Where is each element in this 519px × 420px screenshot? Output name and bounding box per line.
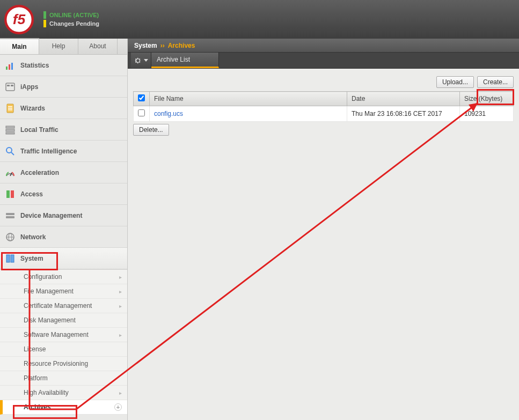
breadcrumb-root[interactable]: System bbox=[134, 42, 157, 49]
svg-rect-10 bbox=[8, 106, 12, 107]
clipboard-icon bbox=[4, 102, 16, 114]
svg-rect-8 bbox=[11, 85, 13, 86]
subtab-bar: Archive List bbox=[128, 53, 519, 69]
sub-resource-prov[interactable]: Resource Provisioning bbox=[0, 357, 127, 371]
left-sidebar: Main Help About Statistics iApps Wizards… bbox=[0, 39, 128, 420]
sub-archives[interactable]: Archives+ bbox=[0, 400, 127, 415]
dropdown-caret-icon bbox=[144, 59, 148, 62]
menu-label: Acceleration bbox=[20, 169, 59, 176]
sub-license[interactable]: License bbox=[0, 342, 127, 357]
menu-label: Wizards bbox=[20, 105, 45, 112]
svg-rect-15 bbox=[6, 132, 14, 134]
svg-point-16 bbox=[6, 148, 12, 153]
add-icon[interactable]: + bbox=[114, 403, 122, 411]
select-all-header bbox=[134, 92, 150, 106]
status-indicator-online bbox=[43, 11, 46, 19]
svg-text:f5: f5 bbox=[13, 11, 26, 27]
chevron-right-icon: ▸ bbox=[119, 332, 122, 338]
sub-cert-mgmt[interactable]: Certificate Management▸ bbox=[0, 299, 127, 313]
menu-device-mgmt[interactable]: Device Management bbox=[0, 205, 127, 226]
menu-label: Device Management bbox=[20, 212, 82, 219]
svg-rect-11 bbox=[8, 108, 12, 109]
sub-file-mgmt[interactable]: File Management▸ bbox=[0, 284, 127, 299]
menu-label: Access bbox=[20, 190, 43, 198]
menu-access[interactable]: Access bbox=[0, 183, 127, 205]
svg-rect-5 bbox=[11, 63, 13, 70]
menu-statistics[interactable]: Statistics bbox=[0, 55, 127, 76]
create-button[interactable]: Create... bbox=[477, 76, 514, 88]
sub-label: High Availability bbox=[24, 389, 69, 396]
delete-button[interactable]: Delete... bbox=[133, 124, 169, 136]
svg-rect-21 bbox=[6, 213, 14, 215]
menu-system[interactable]: System bbox=[0, 248, 127, 269]
menu-network[interactable]: Network bbox=[0, 226, 127, 248]
sub-label: Archives bbox=[24, 403, 51, 411]
globe-icon bbox=[4, 231, 16, 243]
upload-button[interactable]: Upload... bbox=[436, 76, 474, 88]
menu-label: Traffic Intelligence bbox=[20, 148, 77, 155]
status-block: ONLINE (ACTIVE) Changes Pending bbox=[43, 11, 99, 27]
chart-icon bbox=[4, 60, 16, 71]
col-filename[interactable]: File Name bbox=[150, 92, 347, 106]
nav-tabs: Main Help About bbox=[0, 39, 127, 55]
sub-label: License bbox=[24, 345, 46, 353]
menu-acceleration[interactable]: Acceleration bbox=[0, 162, 127, 183]
svg-rect-20 bbox=[11, 190, 14, 198]
sub-high-avail[interactable]: High Availability▸ bbox=[0, 386, 127, 400]
gauge-icon bbox=[4, 167, 16, 179]
chevron-right-icon: ▸ bbox=[119, 390, 122, 396]
select-all-checkbox[interactable] bbox=[138, 94, 145, 101]
menu-traffic-intel[interactable]: Traffic Intelligence bbox=[0, 141, 127, 162]
archive-table: File Name Date Size (Kbytes) config.ucs … bbox=[133, 91, 514, 122]
svg-rect-7 bbox=[7, 85, 10, 86]
tab-main[interactable]: Main bbox=[0, 38, 39, 54]
system-submenu: Configuration▸ File Management▸ Certific… bbox=[0, 269, 127, 415]
file-link[interactable]: config.ucs bbox=[154, 110, 183, 117]
sub-software-mgmt[interactable]: Software Management▸ bbox=[0, 328, 127, 342]
access-icon bbox=[4, 188, 16, 200]
breadcrumb-current: Archives bbox=[168, 42, 195, 49]
sub-label: Resource Provisioning bbox=[24, 360, 88, 367]
tab-about[interactable]: About bbox=[78, 39, 118, 54]
sub-platform[interactable]: Platform bbox=[0, 371, 127, 386]
chevron-right-icon: ▸ bbox=[119, 289, 122, 294]
f5-logo-icon: f5 bbox=[4, 5, 34, 34]
device-icon bbox=[4, 210, 16, 222]
status-indicator-pending bbox=[43, 20, 46, 27]
svg-rect-14 bbox=[6, 129, 14, 131]
col-size[interactable]: Size (Kbytes) bbox=[460, 92, 514, 106]
iapps-icon bbox=[4, 81, 16, 93]
sub-label: Certificate Management bbox=[24, 302, 92, 310]
menu-wizards[interactable]: Wizards bbox=[0, 98, 127, 119]
table-row: config.ucs Thu Mar 23 16:08:16 CET 2017 … bbox=[134, 106, 514, 122]
svg-rect-12 bbox=[8, 109, 12, 110]
app-header: f5 ONLINE (ACTIVE) Changes Pending bbox=[0, 0, 519, 39]
svg-rect-6 bbox=[6, 83, 14, 91]
breadcrumb-sep: ›› bbox=[160, 42, 165, 49]
sub-label: Configuration bbox=[24, 273, 62, 281]
chevron-right-icon: ▸ bbox=[119, 274, 122, 280]
svg-rect-27 bbox=[11, 255, 14, 262]
sub-disk-mgmt[interactable]: Disk Management bbox=[0, 313, 127, 328]
servers-icon bbox=[4, 124, 16, 136]
svg-rect-22 bbox=[6, 216, 14, 218]
gear-icon bbox=[134, 57, 142, 64]
gear-dropdown[interactable] bbox=[131, 53, 151, 68]
col-date[interactable]: Date bbox=[347, 92, 460, 106]
status-online-text: ONLINE (ACTIVE) bbox=[49, 12, 99, 18]
sub-label: Disk Management bbox=[24, 316, 76, 324]
magnify-icon bbox=[4, 145, 16, 157]
row-checkbox[interactable] bbox=[138, 109, 145, 116]
svg-line-17 bbox=[11, 152, 14, 155]
sub-label: Platform bbox=[24, 374, 48, 382]
menu-label: Network bbox=[20, 233, 46, 241]
menu-local-traffic[interactable]: Local Traffic bbox=[0, 119, 127, 141]
menu-iapps[interactable]: iApps bbox=[0, 76, 127, 98]
cell-size: 109231 bbox=[460, 106, 514, 122]
tab-help[interactable]: Help bbox=[39, 39, 78, 54]
sub-label: Software Management bbox=[24, 331, 89, 338]
sub-label: File Management bbox=[24, 288, 74, 295]
subtab-archive-list[interactable]: Archive List bbox=[151, 53, 219, 68]
svg-rect-19 bbox=[6, 190, 10, 198]
sub-configuration[interactable]: Configuration▸ bbox=[0, 270, 127, 284]
